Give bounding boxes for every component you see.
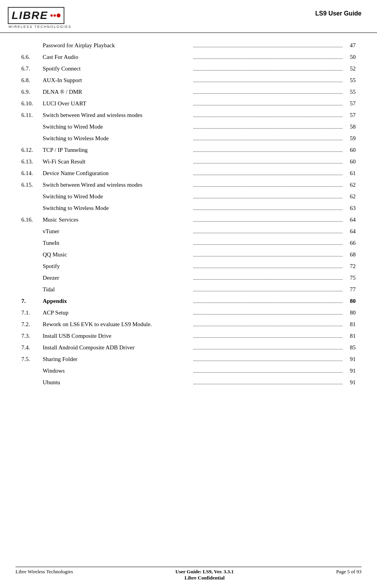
section-num: 6.11.: [21, 110, 43, 120]
section-title: Password for Airplay Playback: [43, 41, 192, 50]
toc-dots: [194, 128, 343, 129]
section-num: 6.7.: [21, 64, 43, 73]
page-num: 68: [344, 250, 356, 259]
page-num: 64: [344, 215, 356, 224]
toc-entry-6-7: 6.7.Spotify Connect52: [21, 64, 356, 73]
page-num: 52: [344, 64, 356, 73]
page-num: 55: [344, 87, 356, 96]
toc-entry-6-15: 6.15.Switch between Wired and wireless m…: [21, 180, 356, 189]
page-num: 72: [344, 261, 356, 271]
toc-entry-spotify: Spotify72: [21, 261, 356, 271]
section-title: Switching to Wireless Mode: [43, 203, 192, 213]
footer-right: Page 5 of 93: [336, 569, 361, 581]
page-num: 47: [344, 41, 356, 50]
page-num: 62: [344, 180, 356, 189]
section-num: 7.1.: [21, 308, 43, 317]
toc-entry-7-5: 7.5.Sharing Folder91: [21, 354, 356, 364]
toc-entry-qq-music: QQ Music68: [21, 250, 356, 259]
logo-dot-3: [57, 14, 61, 17]
toc-dots: [194, 117, 343, 117]
section-title: Switching to Wired Mode: [43, 192, 192, 201]
page-container: LIBRE WIRELESS TECHNOLOGIES LS9 User Gui…: [0, 0, 377, 588]
toc-entry-6-6: 6.6.Cast For Audio50: [21, 52, 356, 62]
header-title: LS9 User Guide: [315, 7, 361, 17]
toc-entry-6-8: 6.8.AUX-In Support55: [21, 76, 356, 85]
section-num: 6.10.: [21, 99, 43, 108]
section-title: LUCI Over UART: [43, 99, 192, 108]
logo-box: LIBRE: [8, 7, 64, 24]
toc-dots: [194, 291, 343, 291]
logo-dot-2: [54, 14, 56, 17]
toc-dots: [194, 151, 343, 152]
toc-entry-6-14: 6.14.Device Name Configuration61: [21, 168, 356, 178]
toc-dots: [194, 198, 343, 198]
toc-dots: [194, 105, 343, 105]
page-num: 81: [344, 320, 356, 329]
page-num: 64: [344, 227, 356, 236]
toc-dots: [194, 372, 343, 373]
toc-entry-switching-wired-1: Switching to Wired Mode58: [21, 122, 356, 131]
page-num: 60: [344, 157, 356, 166]
page-num: 60: [344, 145, 356, 155]
section-title: Device Name Configuration: [43, 168, 192, 178]
section-title: vTuner: [43, 227, 192, 236]
toc-dots: [194, 384, 343, 384]
toc-entry-6-9: 6.9.DLNA ® / DMR55: [21, 87, 356, 96]
toc-entry-7-3: 7.3.Install USB Composite Drive81: [21, 331, 356, 340]
logo-dots: [50, 14, 61, 17]
page-num: 80: [344, 296, 356, 306]
section-title: TCP / IP Tunneling: [43, 145, 192, 155]
toc-entry-6-11: 6.11.Switch between Wired and wireless m…: [21, 110, 356, 120]
toc-dots: [194, 58, 343, 59]
section-title: Install Android Composite ADB Driver: [43, 343, 192, 352]
toc-entry-switching-wireless-2: Switching to Wireless Mode63: [21, 203, 356, 213]
page-num: 55: [344, 76, 356, 85]
toc-dots: [194, 70, 343, 70]
section-title: Music Services: [43, 215, 192, 224]
page-num: 91: [344, 354, 356, 364]
logo-dot-1: [50, 14, 53, 17]
section-title: ACP Setup: [43, 308, 192, 317]
footer-center-sub: Libre Confidential: [185, 575, 225, 581]
toc-entry-7-2: 7.2.Rework on LS6 EVK to evaluate LS9 Mo…: [21, 320, 356, 329]
section-title: Switching to Wired Mode: [43, 122, 192, 131]
section-num: 6.6.: [21, 52, 43, 62]
section-title: Rework on LS6 EVK to evaluate LS9 Module…: [43, 320, 192, 329]
page-num: 61: [344, 168, 356, 178]
section-num: 6.16.: [21, 215, 43, 224]
toc-entry-7-4: 7.4.Install Android Composite ADB Driver…: [21, 343, 356, 352]
page-num: 50: [344, 52, 356, 62]
page-num: 59: [344, 134, 356, 143]
section-title: Ubuntu: [43, 378, 192, 387]
page-num: 58: [344, 122, 356, 131]
toc-entry-7: 7.Appendix80: [21, 296, 356, 306]
section-num: 6.14.: [21, 168, 43, 178]
toc-content: Password for Airplay Playback476.6.Cast …: [0, 37, 377, 397]
toc-dots: [194, 82, 343, 82]
section-title: AUX-In Support: [43, 76, 192, 85]
logo-area: LIBRE WIRELESS TECHNOLOGIES: [8, 7, 71, 29]
toc-entry-password-airplay: Password for Airplay Playback47: [21, 41, 356, 50]
page-num: 77: [344, 285, 356, 294]
toc-dots: [194, 314, 343, 315]
logo-subtitle: WIRELESS TECHNOLOGIES: [8, 25, 71, 29]
toc-dots: [194, 233, 343, 233]
section-title: Switch between Wired and wireless modes: [43, 110, 192, 120]
section-num: 6.9.: [21, 87, 43, 96]
footer-center-wrapper: User Guide: LS9, Ver. 3.3.1 Libre Confid…: [175, 569, 233, 581]
page-num: 63: [344, 203, 356, 213]
toc-entry-7-1: 7.1.ACP Setup80: [21, 308, 356, 317]
toc-dots: [194, 244, 343, 245]
page-footer: Libre Wireless Technologies User Guide: …: [0, 567, 377, 581]
section-title: Cast For Audio: [43, 52, 192, 62]
section-title: Tidal: [43, 285, 192, 294]
toc-entry-6-10: 6.10.LUCI Over UART57: [21, 99, 356, 108]
toc-entry-windows: Windows91: [21, 366, 356, 375]
section-title: DLNA ® / DMR: [43, 87, 192, 96]
toc-entry-vtuner: vTuner64: [21, 227, 356, 236]
toc-entry-6-16: 6.16.Music Services64: [21, 215, 356, 224]
footer-divider: [16, 567, 361, 567]
toc-entry-6-12: 6.12.TCP / IP Tunneling60: [21, 145, 356, 155]
toc-dots: [194, 140, 343, 140]
section-title: TuneIn: [43, 238, 192, 248]
